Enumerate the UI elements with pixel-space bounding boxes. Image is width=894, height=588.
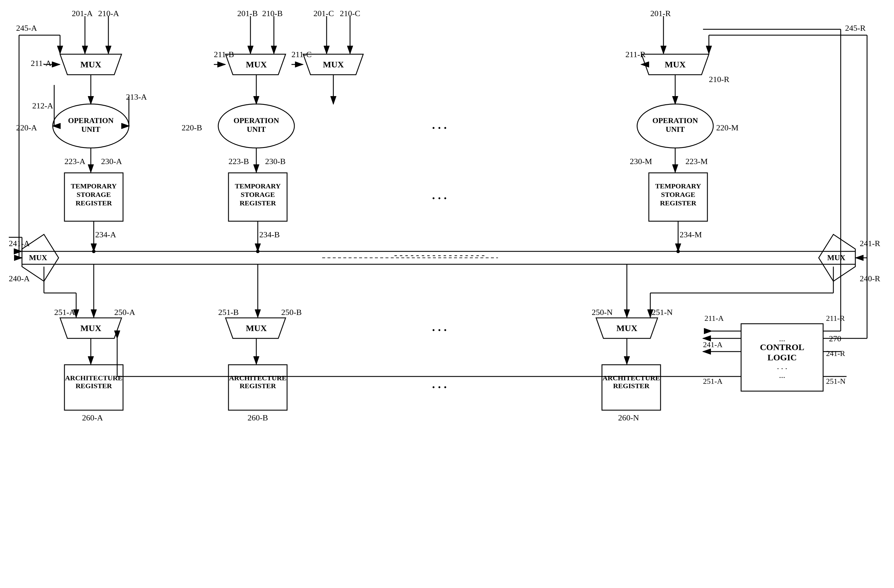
label-230a: 230-A <box>101 157 122 166</box>
label-260a: 260-A <box>82 413 103 422</box>
label-211r: 211-R <box>625 50 646 59</box>
mux-b-top-label: MUX <box>246 59 267 69</box>
dot-tsr-a-bus <box>92 249 95 253</box>
operation-unit-b-label1: OPERATION <box>234 116 279 125</box>
tsr-b-label1: TEMPORARY <box>235 182 281 190</box>
label-240a: 240-A <box>9 274 30 283</box>
label-210b: 210-B <box>262 9 283 18</box>
label-251a: 251-A <box>54 308 75 317</box>
label-201b: 201-B <box>237 9 258 18</box>
label-234a: 234-A <box>95 230 116 239</box>
label-250b: 250-B <box>281 308 302 317</box>
label-220b: 220-B <box>181 123 202 132</box>
mux-240a-label: MUX <box>29 254 47 262</box>
label-210r: 210-R <box>709 75 729 84</box>
tsr-a-label1: TEMPORARY <box>71 182 116 190</box>
label-260n: 260-N <box>618 413 639 422</box>
label-241r: 241-R <box>860 239 880 248</box>
ctrl-label-211a: 211-A <box>704 314 724 323</box>
control-logic-label2: LOGIC <box>767 352 797 362</box>
label-234m: 234-M <box>680 230 702 239</box>
label-210c: 210-C <box>340 9 360 18</box>
dots-mux250: . . . <box>432 320 447 334</box>
mux-250a-label: MUX <box>80 323 101 333</box>
dot-tsr-b-bus <box>256 249 260 253</box>
dots-operation: . . . <box>432 118 447 132</box>
tsr-a-label3: REGISTER <box>76 199 112 207</box>
label-245r: 245-R <box>845 23 865 33</box>
ctrl-label-241r: 241-R <box>826 349 846 358</box>
label-260b: 260-B <box>248 413 268 422</box>
label-201c: 201-C <box>313 9 334 18</box>
label-251n: 251-N <box>652 308 673 317</box>
label-223a: 223-A <box>65 157 86 166</box>
tsr-m-label2: STORAGE <box>661 191 695 198</box>
ctrl-dots-center: . . . <box>777 362 787 371</box>
dots-tsr: . . . <box>432 189 447 202</box>
mux-240r-label: MUX <box>827 254 846 262</box>
label-270: 270 <box>829 334 841 343</box>
label-223m: 223-M <box>686 157 708 166</box>
label-220a: 220-A <box>16 123 37 132</box>
label-250a: 250-A <box>114 308 135 317</box>
tsr-b-label3: REGISTER <box>240 199 276 207</box>
tsr-b-label2: STORAGE <box>241 191 275 198</box>
ctrl-label-251n: 251-N <box>826 377 846 385</box>
mux-c-top-label: MUX <box>323 59 344 69</box>
label-245a: 245-A <box>16 23 37 33</box>
tsr-a-label2: STORAGE <box>77 191 111 198</box>
dots-bus-middle: - - - - - - - - - - - - - - - - - <box>394 249 485 260</box>
ctrl-label-211r: 211-R <box>826 314 845 323</box>
label-223b: 223-B <box>228 157 249 166</box>
operation-unit-m-label1: OPERATION <box>652 116 698 125</box>
ar-n-label1: ARCHITECTURE <box>603 374 660 382</box>
ctrl-dots2: ... <box>779 370 785 380</box>
dots-ar: . . . <box>432 378 447 391</box>
ctrl-label-241a: 241-A <box>703 340 723 349</box>
ar-a-label2: REGISTER <box>76 382 112 390</box>
label-211c: 211-C <box>291 50 312 59</box>
label-241a: 241-A <box>9 239 30 248</box>
ar-b-label2: REGISTER <box>240 382 276 390</box>
label-220m: 220-M <box>716 123 738 132</box>
mux-250n-label: MUX <box>616 323 637 333</box>
ar-n-label2: REGISTER <box>613 382 650 390</box>
label-211a: 211-A <box>31 59 51 68</box>
mux-a-top-label: MUX <box>80 59 101 69</box>
label-210a: 210-A <box>98 9 119 18</box>
label-240r: 240-R <box>860 274 880 283</box>
operation-unit-m-label2: UNIT <box>666 125 684 134</box>
label-212a: 212-A <box>32 101 53 110</box>
operation-unit-a-label2: UNIT <box>81 125 100 134</box>
mux-r-top-label: MUX <box>664 59 686 69</box>
dot-tsr-m-bus <box>677 249 680 253</box>
label-211b: 211-B <box>214 50 234 59</box>
ar-a-label1: ARCHITECTURE <box>65 374 122 382</box>
label-201r: 201-R <box>650 9 671 18</box>
operation-unit-a-label1: OPERATION <box>68 116 114 125</box>
ctrl-dots1: ... <box>779 334 785 343</box>
label-230m: 230-M <box>630 157 652 166</box>
mux-250b-label: MUX <box>246 323 267 333</box>
label-230b: 230-B <box>265 157 285 166</box>
label-201a: 201-A <box>72 9 93 18</box>
label-251b: 251-B <box>218 308 239 317</box>
ctrl-label-251a: 251-A <box>703 377 723 385</box>
label-234b: 234-B <box>259 230 280 239</box>
tsr-m-label3: REGISTER <box>660 199 696 207</box>
ar-b-label1: ARCHITECTURE <box>229 374 287 382</box>
label-250n: 250-N <box>592 308 613 317</box>
tsr-m-label1: TEMPORARY <box>655 182 701 190</box>
operation-unit-b-label2: UNIT <box>247 125 266 134</box>
control-logic-label1: CONTROL <box>760 342 804 352</box>
